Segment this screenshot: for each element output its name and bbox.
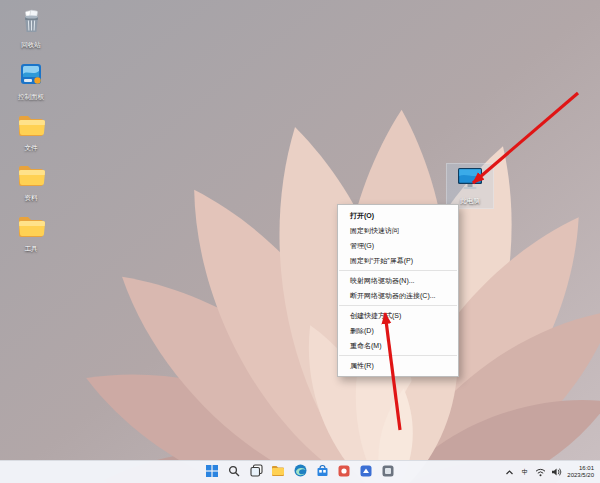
menu-item-disconnect-network-drive[interactable]: 断开网络驱动器的连接(C)... [338, 288, 458, 303]
store-button[interactable] [314, 464, 331, 481]
desktop-icon-control-panel[interactable]: 控制面板 [3, 61, 59, 100]
menu-separator [339, 270, 457, 271]
folder-icon [17, 215, 45, 243]
system-tray: 中 16:01 2023/5/20 [504, 461, 597, 483]
desktop-icon-label: 工具 [25, 245, 38, 252]
start-button[interactable] [204, 464, 221, 481]
menu-separator [339, 355, 457, 356]
desktop-icon-label: 文件 [25, 144, 38, 151]
menu-item-create-shortcut[interactable]: 创建快捷方式(S) [338, 308, 458, 323]
task-view-button[interactable] [248, 464, 265, 481]
desktop-icon-folder-1[interactable]: 文件 [3, 114, 59, 151]
start-icon [206, 463, 218, 481]
menu-item-delete[interactable]: 删除(D) [338, 323, 458, 338]
desktop-icon-this-pc[interactable]: 此电脑 [446, 163, 494, 209]
desktop-icon-label: 回收站 [21, 41, 41, 48]
wallpaper-bloom [0, 0, 600, 483]
taskbar-search-button[interactable] [226, 464, 243, 481]
network-icon[interactable] [535, 465, 546, 479]
pinned-app-blue-button[interactable] [358, 464, 375, 481]
clock-time: 16:01 [579, 465, 594, 471]
pinned-app-red-button[interactable] [336, 464, 353, 481]
menu-item-map-network-drive[interactable]: 映射网络驱动器(N)... [338, 273, 458, 288]
desktop-icon-folder-3[interactable]: 工具 [3, 215, 59, 252]
desktop-icon-label: 此电脑 [460, 197, 480, 206]
menu-item-pin-to-start[interactable]: 固定到“开始”屏幕(P) [338, 253, 458, 268]
pinned-app-gray-button[interactable] [380, 464, 397, 481]
app-red-icon [338, 463, 350, 481]
clock-date: 2023/5/20 [567, 472, 594, 478]
app-gray-icon [382, 463, 394, 481]
file-explorer-button[interactable] [270, 464, 287, 481]
menu-item-rename[interactable]: 重命名(M) [338, 338, 458, 353]
taskbar-clock[interactable]: 16:01 2023/5/20 [567, 465, 597, 480]
desktop-icon-label: 资料 [25, 194, 38, 201]
ime-indicator[interactable]: 中 [520, 467, 531, 478]
menu-item-open[interactable]: 打开(O) [338, 208, 458, 223]
folder-icon [17, 164, 45, 192]
search-icon [228, 463, 240, 481]
task-view-icon [250, 463, 263, 481]
context-menu: 打开(O) 固定到快速访问 管理(G) 固定到“开始”屏幕(P) 映射网络驱动器… [337, 204, 459, 377]
this-pc-monitor-icon [455, 166, 485, 196]
store-icon [316, 463, 329, 481]
desktop-icon-recycle-bin[interactable]: 回收站 [3, 8, 59, 48]
menu-separator [339, 305, 457, 306]
folder-icon [17, 114, 45, 142]
edge-icon [294, 463, 307, 481]
recycle-bin-icon [18, 8, 45, 39]
volume-icon[interactable] [551, 465, 562, 479]
menu-item-manage[interactable]: 管理(G) [338, 238, 458, 253]
control-panel-icon [18, 61, 44, 91]
app-blue-icon [360, 463, 372, 481]
desktop-icon-column: 回收站 控制面板 文件 [3, 8, 59, 252]
desktop-icon-label: 控制面板 [18, 93, 44, 100]
menu-item-pin-quick-access[interactable]: 固定到快速访问 [338, 223, 458, 238]
desktop-icon-folder-2[interactable]: 资料 [3, 164, 59, 201]
tray-chevron-up-button[interactable] [504, 465, 515, 479]
edge-button[interactable] [292, 464, 309, 481]
file-explorer-icon [271, 463, 285, 481]
menu-item-properties[interactable]: 属性(R) [338, 358, 458, 373]
taskbar: 中 16:01 2023/5/20 [0, 460, 600, 483]
